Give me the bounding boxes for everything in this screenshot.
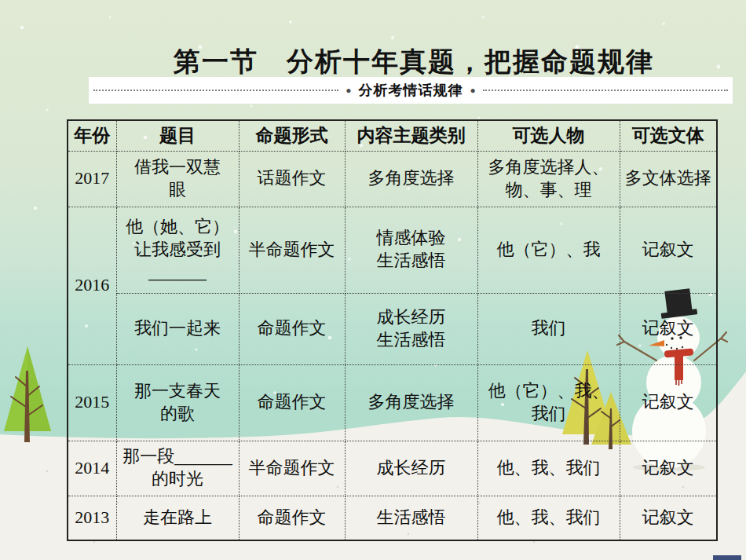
form-cell: 命题作文 (239, 496, 345, 540)
table-header-row: 年份 题目 命题形式 内容主题类别 可选人物 可选文体 (68, 120, 717, 151)
form-cell: 命题作文 (239, 364, 345, 441)
year-cell: 2015 (68, 364, 116, 441)
form-cell: 半命题作文 (239, 441, 345, 496)
genre-cell: 记叙文 (620, 364, 717, 441)
slide: 第一节 分析十年真题，把握命题规律 ● 分析考情话规律 ● 年份 题目 命题形式… (0, 0, 746, 560)
genre-cell: 记叙文 (620, 496, 717, 540)
persons-cell: 多角度选择人、 物、事、理 (477, 151, 620, 207)
table-row: 2016 他（她、它） 让我感受到 ______ 半命题作文 情感体验 生活感悟… (68, 207, 717, 293)
persons-cell: 我们 (477, 293, 620, 364)
genre-cell: 记叙文 (620, 207, 717, 293)
table-row: 2015 那一支春天 的歌 命题作文 多角度选择 他（它）、我、 我们 记叙文 (68, 364, 717, 441)
persons-cell: 他、我、我们 (477, 441, 620, 496)
title-cell: 那一支春天 的歌 (116, 364, 239, 441)
header-year: 年份 (68, 120, 116, 151)
dashed-rule-right (483, 90, 728, 91)
persons-cell: 他、我、我们 (477, 496, 620, 540)
title-cell: 借我一双慧 眼 (116, 151, 239, 207)
genre-cell: 记叙文 (620, 441, 717, 496)
year-cell: 2017 (68, 151, 116, 207)
persons-cell: 他（它）、我 (477, 207, 620, 293)
form-cell: 半命题作文 (239, 207, 345, 293)
bullet-icon: ● (470, 86, 476, 95)
title-cell: 他（她、它） 让我感受到 ______ (116, 207, 239, 293)
table-row: 2013 走在路上 命题作文 生活感悟 他、我、我们 记叙文 (68, 496, 717, 540)
form-cell: 命题作文 (239, 293, 345, 364)
genre-cell: 多文体选择 (620, 151, 717, 207)
exam-analysis-table: 年份 题目 命题形式 内容主题类别 可选人物 可选文体 2017 借我一双慧 眼… (67, 119, 718, 541)
subtitle-banner: ● 分析考情话规律 ● (89, 77, 733, 104)
title-cell: 我们一起来 (116, 293, 239, 364)
screen-corner-fragment (713, 555, 741, 560)
table-row: 我们一起来 命题作文 成长经历 生活感悟 我们 记叙文 (68, 293, 717, 364)
header-theme: 内容主题类别 (345, 120, 477, 151)
theme-cell: 多角度选择 (345, 151, 477, 207)
theme-cell: 生活感悟 (345, 496, 477, 540)
header-persons: 可选人物 (477, 120, 620, 151)
year-cell: 2014 (68, 441, 116, 496)
year-cell: 2013 (68, 496, 116, 540)
subtitle-text: 分析考情话规律 (359, 81, 463, 100)
table-row: 2017 借我一双慧 眼 话题作文 多角度选择 多角度选择人、 物、事、理 多文… (68, 151, 717, 207)
theme-cell: 成长经历 (345, 441, 477, 496)
persons-cell: 他（它）、我、 我们 (477, 364, 620, 441)
bullet-icon: ● (346, 86, 351, 95)
title-cell: 走在路上 (116, 496, 239, 540)
theme-cell: 情感体验 生活感悟 (345, 207, 477, 293)
theme-cell: 多角度选择 (345, 364, 477, 441)
header-title: 题目 (116, 120, 239, 151)
year-cell-merged: 2016 (68, 207, 116, 364)
page-title: 第一节 分析十年真题，把握命题规律 (0, 44, 746, 80)
green-tree-icon (4, 346, 51, 442)
header-form: 命题形式 (239, 120, 345, 151)
header-genre: 可选文体 (620, 120, 717, 151)
table-row: 2014 那一段______ 的时光 半命题作文 成长经历 他、我、我们 记叙文 (68, 441, 717, 496)
genre-cell: 记叙文 (620, 293, 717, 364)
form-cell: 话题作文 (239, 151, 345, 207)
dashed-rule-left (93, 90, 338, 91)
title-cell: 那一段______ 的时光 (116, 441, 239, 496)
theme-cell: 成长经历 生活感悟 (345, 293, 477, 364)
